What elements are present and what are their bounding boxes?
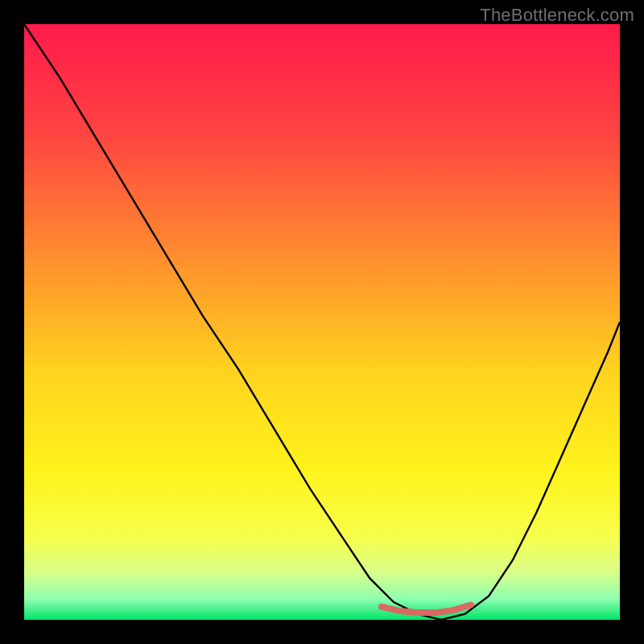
watermark-text: TheBottleneck.com [480,5,634,26]
plot-area [24,24,620,620]
gradient-background [24,24,620,620]
chart-frame [24,24,620,620]
chart-svg [24,24,620,620]
